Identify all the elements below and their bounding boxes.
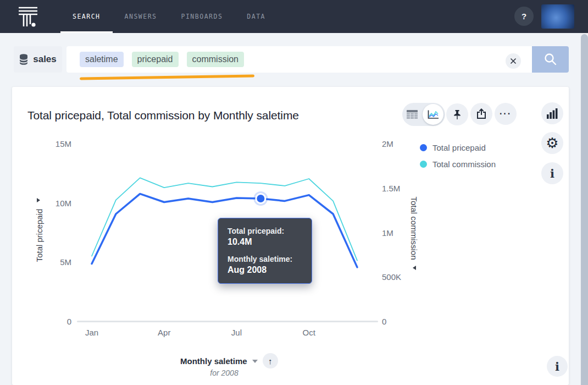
highlighted-point[interactable] xyxy=(257,195,264,202)
tooltip-metric-value: 10.4M xyxy=(228,237,302,247)
highlighted-point-ring xyxy=(255,193,266,204)
thoughtspot-logo-icon[interactable] xyxy=(19,6,37,28)
highlighted-point-halo xyxy=(253,191,268,206)
x-axis-filter-text: for 2008 xyxy=(180,369,268,377)
search-icon xyxy=(543,52,558,67)
search-button[interactable] xyxy=(532,46,569,73)
tooltip-metric-label: Total pricepaid: xyxy=(228,227,302,235)
info-icon: i xyxy=(555,361,559,372)
close-icon xyxy=(510,58,517,64)
tooltip-dim-value: Aug 2008 xyxy=(228,265,302,275)
data-source-label: sales xyxy=(33,54,57,65)
search-token-saletime[interactable]: saletime xyxy=(80,52,124,67)
right-axis-title[interactable]: Total commission xyxy=(409,196,419,260)
tab-answers[interactable]: ANSWERS xyxy=(113,0,169,33)
chart-tooltip: Total pricepaid: 10.4M Monthly saletime:… xyxy=(218,218,312,284)
answer-card: Total pricepaid, Total commission by Mon… xyxy=(12,87,569,385)
left-axis-tick-label: 10M xyxy=(38,199,71,208)
left-axis-tick-label: 15M xyxy=(38,139,71,149)
tab-search[interactable]: SEARCH xyxy=(60,0,113,33)
right-axis-tick-label: 2M xyxy=(382,139,393,149)
nav-tabs: SEARCH ANSWERS PINBOARDS DATA xyxy=(60,0,278,33)
page: SEARCH ANSWERS PINBOARDS DATA ? sales sa… xyxy=(0,0,588,385)
right-axis-tick-label: 1M xyxy=(382,228,393,238)
top-nav: SEARCH ANSWERS PINBOARDS DATA ? xyxy=(0,0,588,33)
x-axis-control: Monthly saletime ↑ xyxy=(180,353,278,369)
right-axis-tick-label: 0 xyxy=(382,317,386,327)
right-axis-tick-label: 500K xyxy=(382,272,401,282)
x-axis-tick-label: Apr xyxy=(158,328,170,337)
search-token-commission[interactable]: commission xyxy=(187,52,244,67)
search-input[interactable]: saletime pricepaid commission xyxy=(66,46,532,73)
tab-data[interactable]: DATA xyxy=(235,0,278,33)
x-axis-tick-label: Oct xyxy=(303,328,315,337)
x-axis-line xyxy=(77,321,378,322)
x-axis-tick-label: Jan xyxy=(85,328,98,337)
left-axis-title[interactable]: Total pricepaid xyxy=(35,209,44,262)
left-axis-tick-label: 5M xyxy=(38,257,71,267)
scrollbar-thumb[interactable] xyxy=(581,34,588,385)
tooltip-dim-label: Monthly saletime: xyxy=(228,255,302,263)
clear-search-button[interactable] xyxy=(506,53,521,69)
right-axis-tick-label: 1.5M xyxy=(382,184,400,194)
data-source-chip[interactable]: sales xyxy=(14,46,62,73)
left-axis-tick-label: 0 xyxy=(38,317,71,327)
help-button[interactable]: ? xyxy=(514,7,534,26)
x-axis-tick-label: Jul xyxy=(231,328,242,337)
tab-pinboards[interactable]: PINBOARDS xyxy=(169,0,235,33)
answer-info-button[interactable]: i xyxy=(547,356,568,377)
chart-area: Total pricepaid Total commission Total p… xyxy=(12,87,569,385)
annotation-underline xyxy=(80,75,254,80)
sort-ascending-button[interactable]: ↑ xyxy=(263,353,278,369)
arrow-up-icon: ↑ xyxy=(268,356,273,366)
chevron-down-icon[interactable] xyxy=(252,360,258,363)
database-icon xyxy=(19,54,28,65)
user-avatar[interactable] xyxy=(541,4,574,29)
x-axis-label[interactable]: Monthly saletime xyxy=(180,356,247,366)
search-token-pricepaid[interactable]: pricepaid xyxy=(132,52,179,67)
right-axis-expand-icon[interactable] xyxy=(413,266,416,270)
